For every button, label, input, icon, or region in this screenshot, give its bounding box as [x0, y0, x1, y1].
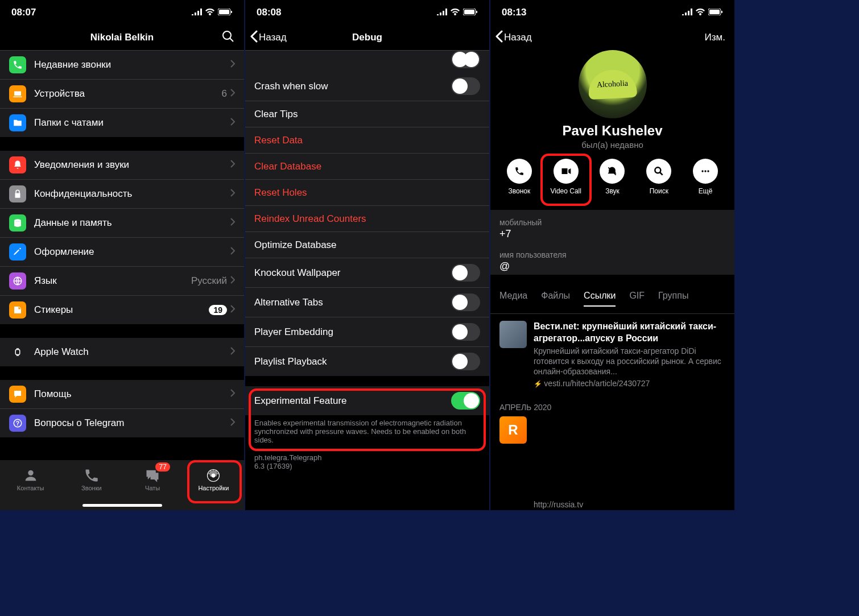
settings-row[interactable]: Apple Watch [0, 338, 244, 366]
settings-row[interactable]: Помощь [0, 380, 244, 408]
action-label: Ещё [699, 187, 713, 195]
row-label: Clear Database [254, 161, 480, 172]
svg-text:?: ? [16, 420, 19, 427]
status-bar: 08:13 [490, 0, 734, 25]
tab-settings[interactable]: Настройки [183, 460, 244, 499]
debug-row[interactable]: Crash when slow [245, 72, 489, 101]
settings-icon [205, 468, 221, 485]
status-icons [682, 7, 723, 18]
media-tab[interactable]: Ссылки [584, 291, 616, 307]
experimental-note: Enables experimental transmission of ele… [245, 415, 489, 448]
debug-row[interactable]: Playlist Playback [245, 346, 489, 376]
chevron-left-icon [250, 30, 258, 46]
row-label: Apple Watch [34, 346, 230, 358]
back-label: Назад [504, 32, 532, 43]
media-tab[interactable]: Файлы [541, 291, 570, 307]
settings-row[interactable]: Оформление [0, 237, 244, 266]
toggle-switch[interactable] [451, 293, 480, 311]
svg-rect-14 [464, 10, 474, 14]
svg-point-3 [223, 31, 231, 39]
action-search[interactable]: Поиск [638, 159, 679, 195]
back-button[interactable]: Назад [495, 30, 532, 46]
link-url: http://russia.tv [534, 500, 583, 509]
tab-calls[interactable]: Звонки [61, 460, 122, 499]
row-label: Player Embedding [254, 326, 451, 338]
media-tab[interactable]: Медиа [499, 291, 527, 307]
debug-row[interactable]: Reset Holes [245, 179, 489, 205]
tab-label: Контакты [17, 485, 44, 491]
tab-chats[interactable]: Чаты 77 [122, 460, 183, 499]
debug-row[interactable]: Optimize Database [245, 231, 489, 258]
row-detail: Русский [191, 275, 227, 287]
link-item[interactable]: R [490, 416, 734, 448]
toggle-switch[interactable] [451, 264, 480, 282]
status-bar: 08:08 [245, 0, 489, 25]
toggle-switch[interactable] [451, 51, 480, 68]
debug-row[interactable]: Player Embedding [245, 317, 489, 346]
row-label: Конфиденциальность [34, 188, 230, 200]
chevron-right-icon [230, 89, 235, 99]
debug-row[interactable]: Reindex Unread Counters [245, 205, 489, 231]
link-item[interactable]: Вести.net: крупнейший китайский такси-аг… [490, 314, 734, 395]
action-phone[interactable]: Звонок [499, 159, 540, 195]
settings-row[interactable]: Язык Русский [0, 266, 244, 295]
link-thumbnail: R [499, 416, 527, 444]
debug-row[interactable]: Alternative Tabs [245, 287, 489, 317]
search-icon[interactable] [221, 30, 235, 46]
settings-row[interactable]: Устройства 6 [0, 79, 244, 108]
settings-row[interactable]: Стикеры 19 [0, 295, 244, 324]
globe-icon [9, 272, 26, 290]
tab-label: Настройки [198, 485, 229, 491]
mobile-value[interactable]: +7 [499, 228, 725, 240]
settings-row[interactable]: Конфиденциальность [0, 179, 244, 208]
debug-row[interactable]: Clear Database [245, 153, 489, 179]
chevron-right-icon [230, 247, 235, 257]
settings-row[interactable]: Данные и память [0, 208, 244, 237]
data-icon [9, 214, 26, 231]
debug-row[interactable]: Clear Tips [245, 101, 489, 127]
username-label: имя пользователя [499, 250, 725, 259]
toggle-switch[interactable] [451, 77, 480, 95]
svg-rect-17 [709, 10, 720, 14]
avatar[interactable]: Alcoholia [579, 50, 647, 118]
debug-row-prev-switch[interactable] [245, 51, 489, 72]
home-indicator[interactable] [82, 504, 162, 507]
row-detail: 6 [222, 88, 227, 100]
search-icon [646, 159, 671, 184]
phone-profile: 08:13 Назад Изм. Alcoholia Pavel Kushele… [490, 0, 734, 510]
phone-icon [507, 159, 532, 184]
tab-label: Чаты [145, 485, 160, 491]
toggle-switch[interactable] [451, 353, 480, 370]
toggle-switch[interactable] [451, 323, 480, 341]
svg-point-24 [707, 170, 709, 172]
status-time: 08:08 [257, 7, 281, 18]
action-row: Звонок Video Call Звук Поиск Ещё [490, 150, 734, 201]
toggle-switch[interactable] [451, 392, 480, 410]
username-value[interactable]: @ [499, 261, 725, 272]
rows-g2: Уведомления и звуки Конфиденциальность Д… [0, 151, 244, 324]
settings-row[interactable]: ? Вопросы о Telegram [0, 408, 244, 437]
action-more[interactable]: Ещё [685, 159, 726, 195]
row-label: Experimental Feature [254, 395, 451, 407]
row-label: Playlist Playback [254, 356, 451, 367]
chat-icon [9, 386, 26, 403]
status-bar: 08:07 [0, 0, 244, 25]
row-label: Crash when slow [254, 81, 451, 92]
row-label: Reset Data [254, 135, 480, 146]
debug-row[interactable]: Knockout Wallpaper [245, 258, 489, 287]
experimental-feature-row[interactable]: Experimental Feature [245, 386, 489, 415]
media-tab[interactable]: GIF [629, 291, 645, 307]
action-video[interactable]: Video Call [546, 159, 587, 195]
edit-button[interactable]: Изм. [705, 32, 725, 43]
debug-row[interactable]: Reset Data [245, 127, 489, 153]
action-mute[interactable]: Звук [592, 159, 633, 195]
settings-row[interactable]: Недавние звонки [0, 51, 244, 79]
back-button[interactable]: Назад [250, 30, 287, 46]
tab-contacts[interactable]: Контакты [0, 460, 61, 499]
svg-rect-2 [231, 11, 232, 13]
svg-point-10 [28, 470, 33, 476]
settings-row[interactable]: Папки с чатами [0, 108, 244, 137]
media-tab[interactable]: Группы [658, 291, 688, 307]
settings-row[interactable]: Уведомления и звуки [0, 151, 244, 179]
video-icon [554, 159, 579, 184]
